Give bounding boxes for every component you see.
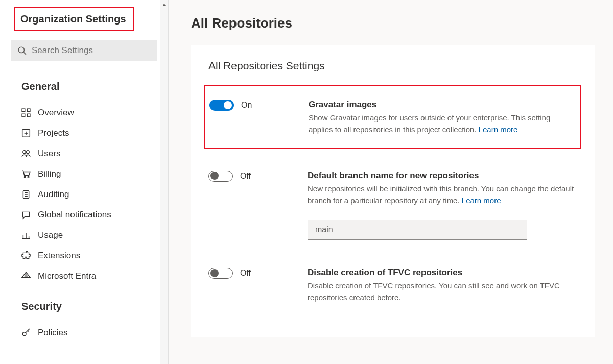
sidebar-item-label: Overview <box>38 108 74 118</box>
sidebar-scrollbar[interactable]: ▲ <box>160 0 168 364</box>
section-heading-security: Security <box>0 286 168 323</box>
toggle-label: Off <box>240 269 251 278</box>
sidebar-item-usage[interactable]: Usage <box>0 225 168 246</box>
puzzle-icon <box>21 251 31 260</box>
svg-rect-3 <box>27 109 30 112</box>
setting-desc: New repositories will be initialized wit… <box>308 183 577 207</box>
default-branch-input[interactable] <box>308 220 527 240</box>
section-heading-general: General <box>0 79 168 103</box>
sidebar-item-label: Projects <box>38 128 69 138</box>
page-title: All Repositories <box>191 15 595 31</box>
learn-more-link[interactable]: Learn more <box>479 125 518 134</box>
learn-more-link[interactable]: Learn more <box>462 196 501 205</box>
setting-desc: Disable creation of TFVC repositories. Y… <box>308 280 577 304</box>
svg-line-1 <box>23 52 26 55</box>
sidebar-item-label: Billing <box>38 169 61 179</box>
sidebar-item-label: Microsoft Entra <box>38 271 96 281</box>
document-icon <box>21 190 31 199</box>
toggle-label: Off <box>240 172 251 181</box>
card-title: All Repositories Settings <box>208 60 577 72</box>
sidebar-title: Organization Settings <box>14 7 134 31</box>
sidebar-item-global-notifications[interactable]: Global notifications <box>0 205 168 225</box>
toggle-disable-tfvc[interactable] <box>208 268 233 279</box>
sidebar-item-label: Global notifications <box>38 210 111 220</box>
search-icon <box>17 46 27 55</box>
sidebar-item-label: Auditing <box>38 189 69 200</box>
plus-box-icon <box>21 129 31 138</box>
cart-icon <box>21 169 31 179</box>
toggle-gravatar[interactable] <box>209 100 234 111</box>
setting-title-default-branch: Default branch name for new repositories <box>308 171 577 181</box>
bar-chart-icon <box>21 231 31 240</box>
sidebar-item-policies[interactable]: Policies <box>0 323 168 343</box>
toggle-default-branch[interactable] <box>208 171 233 182</box>
sidebar-item-label: Policies <box>38 328 68 338</box>
sidebar-item-billing[interactable]: Billing <box>0 164 168 184</box>
setting-title-gravatar: Gravatar images <box>309 100 576 110</box>
sidebar-item-label: Users <box>38 149 60 159</box>
key-icon <box>21 328 31 337</box>
svg-rect-2 <box>22 109 25 112</box>
sidebar-item-microsoft-entra[interactable]: Microsoft Entra <box>0 266 168 286</box>
svg-point-0 <box>18 47 24 53</box>
svg-rect-4 <box>22 114 25 117</box>
scroll-up-arrow[interactable]: ▲ <box>160 0 168 8</box>
sidebar-item-auditing[interactable]: Auditing <box>0 184 168 205</box>
chat-icon <box>21 210 31 220</box>
entra-icon <box>21 272 31 281</box>
sidebar-item-extensions[interactable]: Extensions <box>0 246 168 266</box>
svg-point-12 <box>28 176 29 178</box>
svg-point-10 <box>27 151 30 154</box>
svg-point-21 <box>22 332 26 336</box>
svg-rect-5 <box>27 114 30 117</box>
search-settings-box[interactable] <box>11 40 157 61</box>
sidebar-nav: General Overview Projects Users Billing <box>0 67 168 364</box>
sidebar: Organization Settings General Overview P… <box>0 0 169 364</box>
sidebar-item-users[interactable]: Users <box>0 143 168 164</box>
svg-point-11 <box>24 176 26 178</box>
highlighted-setting: On Gravatar images Show Gravatar images … <box>204 85 581 149</box>
sidebar-item-label: Usage <box>38 230 63 240</box>
sidebar-item-projects[interactable]: Projects <box>0 123 168 143</box>
settings-card: All Repositories Settings On Gravatar im… <box>191 45 595 337</box>
grid-icon <box>21 108 31 117</box>
toggle-label: On <box>241 101 252 110</box>
setting-desc: Show Gravatar images for users outside o… <box>309 112 576 136</box>
users-icon <box>21 149 31 158</box>
sidebar-item-label: Extensions <box>38 251 80 261</box>
setting-title-disable-tfvc: Disable creation of TFVC repositories <box>308 268 577 278</box>
search-input[interactable] <box>32 45 151 56</box>
sidebar-header: Organization Settings <box>0 0 168 40</box>
sidebar-item-overview[interactable]: Overview <box>0 103 168 123</box>
main-content: All Repositories All Repositories Settin… <box>169 0 613 364</box>
svg-point-9 <box>23 151 26 154</box>
